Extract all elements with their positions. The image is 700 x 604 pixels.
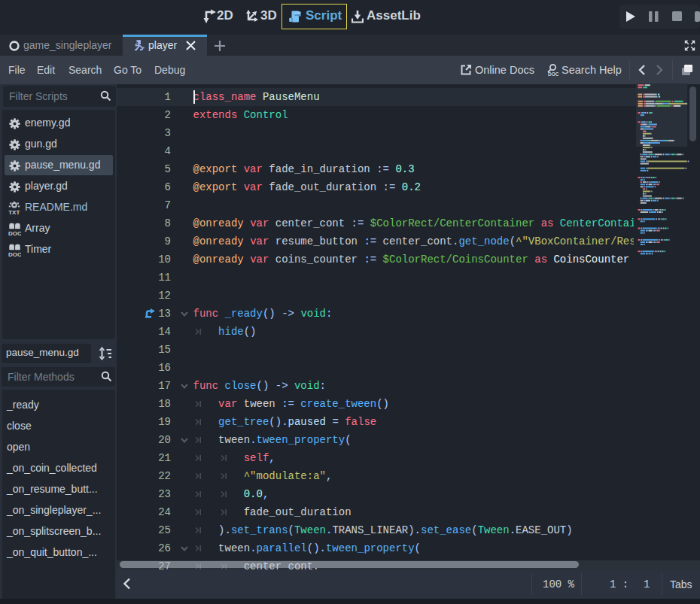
svg-text:DOC: DOC (8, 251, 21, 256)
svg-text:TXT: TXT (8, 209, 20, 215)
svg-text:DOC: DOC (8, 230, 21, 235)
svg-text:DOC: DOC (548, 71, 558, 77)
